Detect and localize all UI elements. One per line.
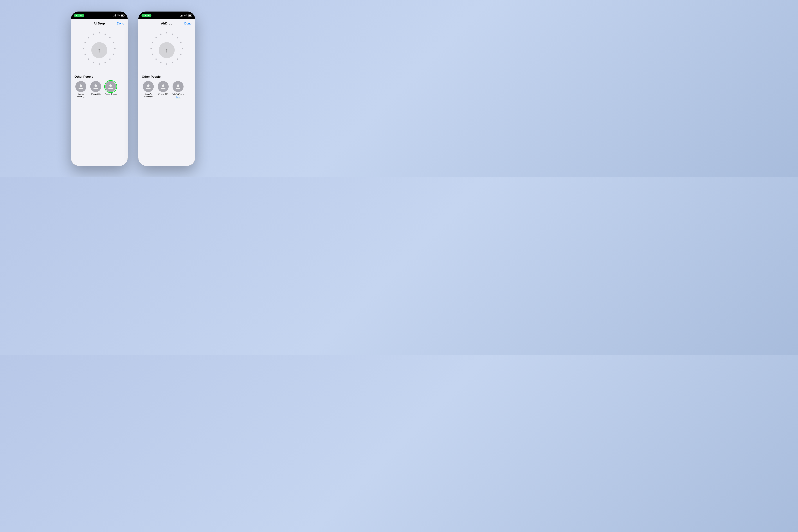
nav-title-right: AirDrop <box>161 22 172 25</box>
battery-fill-right <box>189 15 191 16</box>
svg-point-11 <box>84 54 86 55</box>
svg-point-14 <box>88 37 89 38</box>
person-avatar-iphone68-right <box>158 81 169 92</box>
status-bar-right: 13:45 4G <box>138 12 195 19</box>
person-avatar-emma-left <box>75 81 87 92</box>
done-button-left[interactable]: Done <box>117 22 124 25</box>
signal-bars-left <box>113 14 116 17</box>
svg-point-27 <box>166 63 167 65</box>
battery-right <box>188 15 192 17</box>
svg-point-5 <box>113 54 114 55</box>
person-name-emma-left: Emma's iPhone (2) <box>75 93 87 98</box>
person-icon-emma-right <box>145 83 151 90</box>
svg-point-16 <box>80 84 82 87</box>
svg-point-12 <box>83 48 84 49</box>
person-iphone68-right[interactable]: iPhone (68) <box>157 81 170 98</box>
radar-right: ↑ <box>147 31 186 70</box>
person-avatar-iphone68-left <box>90 81 101 92</box>
svg-point-15 <box>93 34 94 35</box>
svg-point-2 <box>109 37 111 38</box>
svg-point-9 <box>93 62 94 63</box>
airdrop-content-left: ↑ Other People Emma's iPhone (2) <box>71 27 128 160</box>
airdrop-content-right: ↑ Other People Emma's iPhone (2) <box>138 27 195 160</box>
svg-point-0 <box>99 32 100 34</box>
svg-point-17 <box>95 84 97 87</box>
person-peter-left[interactable]: Peter's iPhone <box>104 81 117 98</box>
status-icons-left: 4G <box>113 14 125 17</box>
people-title-right: Other People <box>142 75 191 79</box>
svg-point-25 <box>177 58 178 60</box>
people-title-left: Other People <box>75 75 124 79</box>
svg-point-23 <box>182 48 183 49</box>
person-icon-peter-right <box>175 83 181 90</box>
svg-point-37 <box>177 84 179 87</box>
svg-point-1 <box>104 34 106 35</box>
person-icon-peter-left <box>108 83 114 90</box>
person-avatar-peter-left <box>105 81 116 92</box>
person-icon-iphone68-left <box>93 83 99 90</box>
svg-point-32 <box>152 42 153 43</box>
people-section-left: Other People Emma's iPhone (2) <box>71 75 128 98</box>
home-bar-right <box>156 164 177 165</box>
nav-title-left: AirDrop <box>94 22 105 25</box>
svg-point-33 <box>155 37 157 38</box>
svg-point-29 <box>155 58 157 60</box>
time-pill-left: 13:45 <box>74 14 84 17</box>
people-list-right: Emma's iPhone (2) iPhone (68) <box>142 81 191 98</box>
person-name-peter-left: Peter's iPhone <box>104 93 117 95</box>
svg-point-6 <box>109 58 111 60</box>
phone-left: 13:45 4G AirDrop Done <box>71 12 128 166</box>
svg-point-22 <box>180 42 182 43</box>
svg-point-30 <box>152 54 153 55</box>
battery-body-right <box>188 15 192 17</box>
svg-point-7 <box>104 62 106 63</box>
battery-left <box>120 15 125 17</box>
person-avatar-emma-right <box>143 81 154 92</box>
home-indicator-right <box>138 160 195 166</box>
upload-arrow-right: ↑ <box>165 46 168 54</box>
svg-point-4 <box>114 48 116 49</box>
phone-right: 13:45 4G AirDrop Done <box>138 12 195 166</box>
svg-point-21 <box>177 37 178 38</box>
radar-left: ↑ <box>80 31 119 70</box>
people-section-right: Other People Emma's iPhone (2) <box>138 75 195 98</box>
person-icon-emma-left <box>78 83 84 90</box>
network-left: 4G <box>117 14 120 17</box>
people-list-left: Emma's iPhone (2) iPhone (68) <box>75 81 124 98</box>
home-indicator-left <box>71 160 128 166</box>
status-bar-left: 13:45 4G <box>71 12 128 19</box>
screen-left: AirDrop Done <box>71 19 128 166</box>
signal-bars-right <box>180 14 183 17</box>
battery-body-left <box>120 15 125 17</box>
time-pill-right: 13:45 <box>141 14 151 17</box>
svg-point-13 <box>84 42 86 43</box>
network-right: 4G <box>184 14 187 17</box>
screen-right: AirDrop Done <box>138 19 195 166</box>
svg-point-36 <box>162 84 165 87</box>
person-icon-iphone68-right <box>160 83 166 90</box>
person-emma-right[interactable]: Emma's iPhone (2) <box>142 81 155 98</box>
person-peter-right[interactable]: Peter's iPhone Sent <box>172 81 185 98</box>
sent-badge-peter-right: Sent <box>175 96 181 98</box>
upload-arrow-left: ↑ <box>98 46 101 54</box>
svg-point-18 <box>109 84 112 87</box>
person-name-peter-right: Peter's iPhone <box>172 93 184 95</box>
svg-point-34 <box>160 34 162 35</box>
done-button-right[interactable]: Done <box>184 22 191 25</box>
svg-point-10 <box>88 58 89 60</box>
person-name-iphone68-right: iPhone (68) <box>158 93 168 95</box>
nav-bar-left: AirDrop Done <box>71 19 128 27</box>
svg-point-3 <box>113 42 114 43</box>
svg-point-20 <box>172 34 173 35</box>
person-avatar-peter-right <box>173 81 184 92</box>
svg-point-31 <box>151 48 152 49</box>
svg-point-19 <box>166 32 167 34</box>
person-name-iphone68-left: iPhone (68) <box>91 93 100 95</box>
svg-point-28 <box>160 62 162 63</box>
svg-point-24 <box>180 54 182 55</box>
person-iphone68-left[interactable]: iPhone (68) <box>89 81 102 98</box>
svg-point-26 <box>172 62 173 63</box>
person-emma-left[interactable]: Emma's iPhone (2) <box>75 81 87 98</box>
upload-circle-left: ↑ <box>91 42 107 58</box>
person-name-emma-right: Emma's iPhone (2) <box>142 93 155 98</box>
